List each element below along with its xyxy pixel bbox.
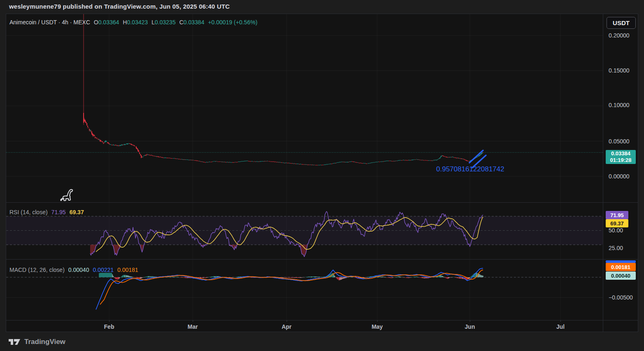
month-tick bbox=[287, 320, 287, 322]
macd-signal-badge: 0.00181 bbox=[606, 263, 636, 271]
month-label: Jun bbox=[465, 323, 475, 330]
rsi-badge: 71.95 bbox=[606, 211, 628, 219]
rsi-ma-badge: 69.37 bbox=[606, 219, 628, 227]
published-chart-page: wesleymunene79 published on TradingView.… bbox=[0, 0, 644, 351]
macd-title[interactable]: MACD (12, 26, close) bbox=[9, 267, 65, 273]
time-axis[interactable]: Feb Mar Apr May Jun Jul bbox=[6, 320, 603, 332]
month-label: Apr bbox=[282, 323, 292, 330]
rsi-title[interactable]: RSI (14, close) bbox=[9, 209, 48, 215]
month-tick bbox=[109, 320, 110, 322]
price-scale[interactable]: USDT 0.20000 0.15000 0.10000 0.05000 0.0… bbox=[603, 14, 639, 332]
month-tick bbox=[193, 320, 193, 322]
price-pane-canvas[interactable] bbox=[6, 14, 603, 202]
rsi-value: 71.95 bbox=[51, 209, 66, 215]
rsi-ma-value: 69.37 bbox=[70, 209, 84, 215]
macd-signal-value: 0.00181 bbox=[117, 267, 138, 273]
tradingview-brand[interactable]: TradingView bbox=[24, 338, 65, 346]
price-tick: 0.15000 bbox=[609, 67, 630, 74]
price-tick: 0.20000 bbox=[609, 32, 630, 39]
pane-separator[interactable] bbox=[6, 202, 638, 203]
ohlc-open: O0.03364 bbox=[94, 19, 119, 26]
price-change: +0.00019 (+0.56%) bbox=[208, 19, 257, 26]
month-label: Jul bbox=[556, 323, 565, 330]
month-label: Mar bbox=[188, 323, 198, 330]
price-tick: 0.05000 bbox=[609, 138, 630, 145]
dino-icon bbox=[59, 187, 76, 204]
month-tick bbox=[470, 320, 470, 322]
ohlc-close: C0.03384 bbox=[179, 19, 204, 26]
month-label: May bbox=[371, 323, 383, 330]
macd-legend[interactable]: MACD (12, 26, close) 0.00040 0.00221 0.0… bbox=[9, 267, 138, 273]
price-tick: 0.10000 bbox=[609, 102, 630, 108]
macd-hist-value: 0.00040 bbox=[68, 267, 89, 273]
pane-separator[interactable] bbox=[6, 259, 638, 260]
rsi-tick: 25.00 bbox=[609, 245, 623, 251]
bar-countdown: 01:19:28 bbox=[610, 157, 631, 164]
rsi-legend[interactable]: RSI (14, close) 71.95 69.37 bbox=[9, 209, 84, 215]
ohlc-high: H0.03423 bbox=[123, 19, 148, 26]
last-price: 0.03384 bbox=[611, 150, 630, 157]
symbol-title[interactable]: Animecoin / USDT · 4h · MEXC bbox=[9, 19, 90, 26]
chart-frame: Animecoin / USDT · 4h · MEXC O0.03364 H0… bbox=[6, 14, 638, 332]
ohlc-low: L0.03235 bbox=[152, 19, 175, 26]
plot-area[interactable]: Animecoin / USDT · 4h · MEXC O0.03364 H0… bbox=[6, 14, 603, 332]
price-tick: 0.00000 bbox=[609, 173, 630, 180]
publish-attribution: wesleymunene79 published on TradingView.… bbox=[9, 3, 230, 10]
macd-hist-badge: 0.00040 bbox=[606, 271, 636, 280]
last-price-badge: 0.03384 01:19:28 bbox=[606, 150, 636, 164]
macd-line-value: 0.00221 bbox=[93, 267, 114, 273]
footer: TradingView bbox=[8, 338, 65, 346]
month-label: Feb bbox=[104, 323, 114, 330]
month-tick bbox=[377, 320, 378, 322]
macd-tick: −0.00500 bbox=[609, 294, 633, 301]
tradingview-logo-icon[interactable] bbox=[8, 338, 21, 346]
drawing-value-label[interactable]: 0.9570816122081742 bbox=[436, 165, 504, 173]
rsi-pane-canvas[interactable] bbox=[6, 202, 603, 259]
month-tick bbox=[560, 320, 561, 322]
currency-toggle-button[interactable]: USDT bbox=[607, 17, 636, 29]
symbol-legend[interactable]: Animecoin / USDT · 4h · MEXC O0.03364 H0… bbox=[9, 19, 257, 26]
rsi-tick: 50.00 bbox=[609, 227, 623, 234]
